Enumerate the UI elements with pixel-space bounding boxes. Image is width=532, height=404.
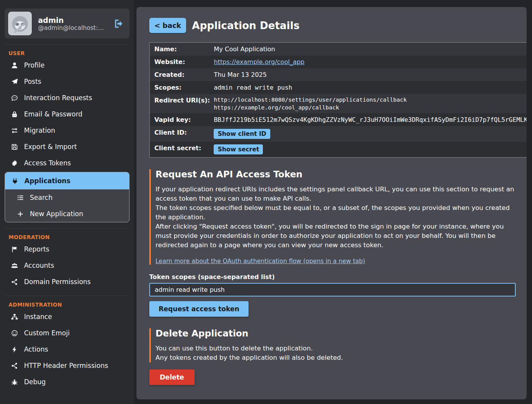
sidebar-item-label: Posts: [24, 78, 41, 85]
sidebar-item-label: Instance: [24, 313, 52, 321]
sidebar-item-debug[interactable]: Debug: [5, 374, 130, 390]
section-paragraph: The token scopes specified below must be…: [155, 203, 516, 222]
share-nodes-icon: [11, 362, 18, 369]
row-label: Vapid key:: [150, 113, 214, 126]
sidebar-item-migration[interactable]: Migration: [5, 122, 130, 139]
sidebar-item-label: Reports: [24, 245, 49, 253]
section-paragraph: If your application redirect URIs includ…: [155, 185, 516, 203]
row-label: Scopes:: [150, 81, 214, 94]
sidebar: admin @admin@localhost:80… USER Profile …: [0, 0, 134, 404]
table-row-website: Website: https://example.org/cool_app: [150, 55, 527, 68]
sidebar-item-applications[interactable]: Applications: [5, 172, 129, 189]
category-header-administration: ADMINISTRATION: [9, 302, 130, 308]
bolt-icon: [11, 346, 18, 353]
user-meta: admin @admin@localhost:80…: [38, 16, 104, 31]
sidebar-item-instance[interactable]: Instance: [5, 309, 130, 325]
redirect-uri-2: https://example.org/cool_app/callback: [214, 104, 527, 111]
request-access-token-button[interactable]: Request access token: [149, 301, 249, 317]
application-details-table: Name: My Cool Application Website: https…: [149, 42, 527, 158]
show-client-id-button[interactable]: Show client ID: [214, 129, 270, 139]
sidebar-item-label: Custom Emoji: [24, 329, 70, 337]
sidebar-item-applications-search[interactable]: Search: [5, 189, 129, 206]
page-header: < back Application Details: [149, 18, 516, 33]
table-row-vapid-key: Vapid key: BBJffJ219b5iE512m7wQSzv4KgKDh…: [150, 113, 527, 126]
table-row-name: Name: My Cool Application: [150, 43, 527, 56]
delete-accent-block: Delete Application You can use this butt…: [149, 328, 516, 362]
sidebar-item-label: Search: [30, 194, 52, 201]
sidebar-item-label: Profile: [24, 61, 45, 69]
sidebar-item-actions[interactable]: Actions: [5, 341, 130, 357]
table-row-client-secret: Client secret: Show secret: [150, 142, 527, 158]
comment-dots-icon: [11, 94, 18, 102]
sidebar-divider: [5, 296, 129, 296]
exchange-icon: [11, 127, 18, 134]
section-paragraph: You can use this button to delete the ap…: [155, 344, 516, 353]
section-title: Request An API Access Token: [155, 169, 516, 179]
sidebar-item-label: HTTP Header Permissions: [24, 362, 108, 369]
sidebar-item-reports[interactable]: Reports: [5, 241, 130, 257]
section-paragraph: After clicking "Request access token", y…: [155, 222, 516, 250]
sidebar-item-domain-permissions[interactable]: Domain Permissions: [5, 274, 130, 290]
sidebar-item-access-tokens[interactable]: Access Tokens: [5, 155, 130, 171]
flag-icon: [11, 246, 18, 253]
list-icon: [17, 194, 24, 201]
delete-application-section: Delete Application You can use this butt…: [149, 328, 516, 385]
smiley-icon: [11, 329, 18, 337]
applications-group: Applications Search New Application: [5, 172, 130, 222]
sidebar-item-label: Debug: [24, 378, 46, 386]
row-label: Client ID:: [150, 126, 214, 142]
sidebar-item-accounts[interactable]: Accounts: [5, 257, 130, 274]
seal-icon: [11, 160, 18, 167]
sidebar-item-label: Accounts: [24, 262, 54, 269]
sign-out-icon[interactable]: [113, 18, 124, 29]
settings-app: admin @admin@localhost:80… USER Profile …: [0, 0, 532, 404]
sidebar-item-http-header-permissions[interactable]: HTTP Header Permissions: [5, 357, 130, 374]
table-row-redirect-uris: Redirect URI(s): http://localhost:8080/s…: [150, 94, 527, 113]
request-token-section: Request An API Access Token If your appl…: [149, 169, 516, 317]
plug-icon: [11, 177, 19, 185]
show-secret-button[interactable]: Show secret: [214, 144, 263, 154]
row-label: Redirect URI(s):: [150, 94, 214, 113]
sidebar-item-label: Email & Password: [24, 110, 83, 118]
request-token-accent-block: Request An API Access Token If your appl…: [149, 169, 516, 265]
user-card: admin @admin@localhost:80…: [5, 9, 130, 38]
sidebar-item-interaction-requests[interactable]: Interaction Requests: [5, 90, 130, 106]
users-icon: [11, 262, 18, 269]
applications-submenu: Search New Application: [5, 189, 129, 222]
row-label: Created:: [150, 68, 214, 81]
row-value: My Cool Application: [214, 43, 527, 56]
sidebar-item-custom-emoji[interactable]: Custom Emoji: [5, 325, 130, 341]
bug-icon: [11, 378, 18, 386]
row-label: Name:: [150, 43, 214, 56]
sidebar-item-posts[interactable]: Posts: [5, 73, 130, 90]
sidebar-item-export-import[interactable]: Export & Import: [5, 139, 130, 155]
sidebar-item-profile[interactable]: Profile: [5, 57, 130, 73]
token-scopes-input[interactable]: [149, 283, 516, 296]
category-header-user: USER: [9, 50, 130, 56]
token-scopes-label: Token scopes (space-separated list): [149, 273, 516, 281]
category-header-moderation: MODERATION: [9, 234, 130, 240]
sidebar-item-new-application[interactable]: New Application: [5, 206, 129, 222]
paper-plane-icon: [11, 78, 18, 85]
website-link[interactable]: https://example.org/cool_app: [214, 58, 304, 66]
sidebar-divider: [5, 44, 129, 45]
table-row-created: Created: Thu Mar 13 2025: [150, 68, 527, 81]
sidebar-item-label: Interaction Requests: [24, 94, 92, 102]
table-row-scopes: Scopes: admin read write push: [150, 81, 527, 94]
sidebar-item-label: Actions: [24, 345, 48, 353]
oauth-docs-link[interactable]: Learn more about the OAuth authenticatio…: [155, 258, 365, 265]
sidebar-item-email-password[interactable]: Email & Password: [5, 106, 130, 122]
floppy-disk-icon: [11, 143, 18, 151]
row-label: Client secret:: [150, 142, 214, 158]
sidebar-item-label: Access Tokens: [24, 159, 71, 167]
main-panel: < back Application Details Name: My Cool…: [136, 7, 527, 399]
delete-button[interactable]: Delete: [149, 369, 195, 385]
user-handle: @admin@localhost:80…: [38, 24, 104, 31]
back-button[interactable]: < back: [149, 18, 186, 33]
section-title: Delete Application: [155, 328, 516, 338]
lock-icon: [11, 111, 18, 118]
user-name: admin: [38, 16, 104, 24]
sidebar-item-label: New Application: [30, 210, 83, 218]
main-wrap: < back Application Details Name: My Cool…: [134, 0, 532, 404]
share-nodes-icon: [11, 278, 18, 286]
